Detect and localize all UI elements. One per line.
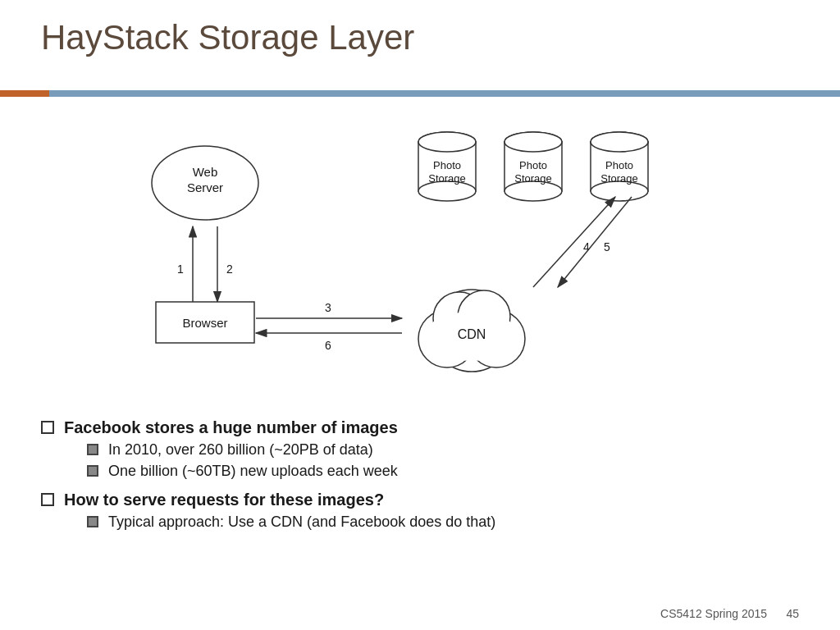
svg-text:Web: Web xyxy=(193,165,218,179)
svg-point-29 xyxy=(504,132,562,152)
sub-bullet-item-1-2: One billion (~60TB) new uploads each wee… xyxy=(87,463,398,480)
footer-course: CS5412 Spring 2015 xyxy=(660,607,767,620)
svg-text:3: 3 xyxy=(325,301,331,314)
architecture-diagram: Web Server 1 2 Browser 3 6 CDN xyxy=(41,105,796,409)
svg-text:Photo: Photo xyxy=(519,159,547,171)
bullet-checkbox-2 xyxy=(41,493,54,506)
svg-text:2: 2 xyxy=(226,262,233,276)
bullet-text-1: Facebook stores a huge number of images xyxy=(64,418,398,436)
svg-text:Photo: Photo xyxy=(605,159,633,171)
sub-bullet-checkbox-1-2 xyxy=(87,465,98,477)
slide-title: HayStack Storage Layer xyxy=(41,18,414,57)
svg-text:5: 5 xyxy=(604,240,610,253)
bullets-section: Facebook stores a huge number of images … xyxy=(41,418,779,541)
accent-bar xyxy=(0,90,840,97)
accent-orange xyxy=(0,90,49,97)
svg-text:Photo: Photo xyxy=(433,159,461,171)
svg-point-35 xyxy=(591,132,648,152)
bullet-text-2: How to serve requests for these images? xyxy=(64,491,384,509)
svg-point-23 xyxy=(418,132,476,152)
svg-text:6: 6 xyxy=(325,339,331,352)
sub-bullet-text-2-1: Typical approach: Use a CDN (and Faceboo… xyxy=(108,514,495,531)
sub-bullet-checkbox-1-1 xyxy=(87,444,98,455)
svg-text:Storage: Storage xyxy=(600,172,638,185)
bullet-item-1: Facebook stores a huge number of images … xyxy=(41,418,779,484)
svg-text:Storage: Storage xyxy=(514,172,552,185)
svg-text:CDN: CDN xyxy=(458,327,486,341)
sub-bullet-item-2-1: Typical approach: Use a CDN (and Faceboo… xyxy=(87,514,495,531)
sub-bullets-2: Typical approach: Use a CDN (and Faceboo… xyxy=(87,514,495,531)
sub-bullet-text-1-1: In 2010, over 260 billion (~20PB of data… xyxy=(108,441,373,459)
footer: CS5412 Spring 2015 45 xyxy=(660,607,799,620)
diagram-area: Web Server 1 2 Browser 3 6 CDN xyxy=(41,105,796,409)
svg-line-40 xyxy=(558,197,632,287)
sub-bullet-text-1-2: One billion (~60TB) new uploads each wee… xyxy=(108,463,398,480)
svg-text:Browser: Browser xyxy=(182,316,227,330)
accent-blue xyxy=(49,90,840,97)
sub-bullet-checkbox-2-1 xyxy=(87,516,98,527)
footer-page: 45 xyxy=(786,607,799,620)
bullet-item-2: How to serve requests for these images? … xyxy=(41,491,779,535)
sub-bullets-1: In 2010, over 260 billion (~20PB of data… xyxy=(87,441,398,480)
svg-text:Storage: Storage xyxy=(428,172,466,185)
svg-text:1: 1 xyxy=(177,262,184,276)
svg-text:Server: Server xyxy=(187,180,223,194)
bullet-checkbox-1 xyxy=(41,421,54,434)
svg-line-38 xyxy=(533,197,615,287)
sub-bullet-item-1-1: In 2010, over 260 billion (~20PB of data… xyxy=(87,441,398,459)
